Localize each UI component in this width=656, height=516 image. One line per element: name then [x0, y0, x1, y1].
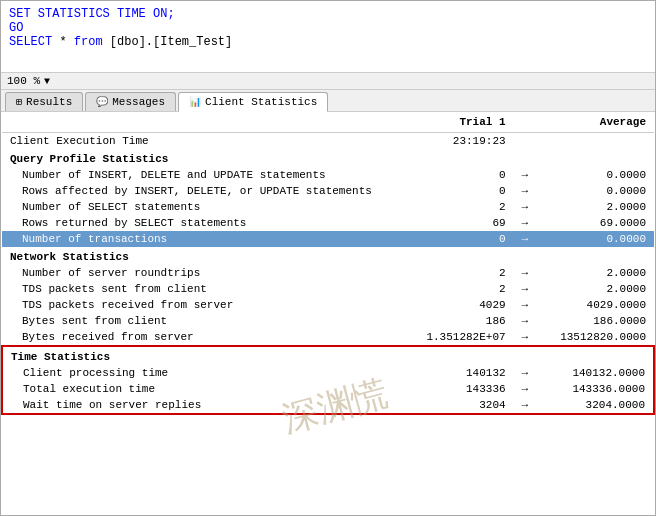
table-row: Number of transactions 0 → 0.0000: [2, 231, 654, 247]
col-label-header: [2, 112, 407, 133]
table-row: Bytes sent from client 186 → 186.0000: [2, 313, 654, 329]
table-row: TDS packets sent from client 2 → 2.0000: [2, 281, 654, 297]
table-row: Bytes received from server 1.351282E+07 …: [2, 329, 654, 346]
messages-icon: 💬: [96, 96, 108, 108]
table-row: Query Profile Statistics: [2, 149, 654, 167]
main-window: SET STATISTICS TIME ON; GO SELECT * from…: [0, 0, 656, 516]
stats-table: Trial 1 Average Client Execution Time 23…: [1, 112, 655, 415]
table-row: Number of INSERT, DELETE and UPDATE stat…: [2, 167, 654, 183]
table-row: Client Execution Time 23:19:23: [2, 133, 654, 150]
tab-messages[interactable]: 💬 Messages: [85, 92, 176, 111]
table-row: Time Statistics: [2, 346, 654, 365]
stats-body: Client Execution Time 23:19:23 Query Pro…: [2, 133, 654, 415]
results-area: 深渊慌 Trial 1 Average Client Execution Tim…: [1, 112, 655, 515]
zoom-bar: 100 % ▼: [1, 73, 655, 90]
tabs-bar: ⊞ Results 💬 Messages 📊 Client Statistics: [1, 90, 655, 112]
tab-messages-label: Messages: [112, 96, 165, 108]
col-avg-header: Average: [536, 112, 654, 133]
table-header: Trial 1 Average: [2, 112, 654, 133]
zoom-level: 100 %: [7, 75, 40, 87]
zoom-icon: ▼: [44, 76, 50, 87]
table-row: Rows affected by INSERT, DELETE, or UPDA…: [2, 183, 654, 199]
table-row: Network Statistics: [2, 247, 654, 265]
tab-client-stats-label: Client Statistics: [205, 96, 317, 108]
tab-results-label: Results: [26, 96, 72, 108]
table-row: Wait time on server replies 3204 → 3204.…: [2, 397, 654, 414]
results-icon: ⊞: [16, 96, 22, 108]
col-trial-header: Trial 1: [407, 112, 514, 133]
table-row: TDS packets received from server 4029 → …: [2, 297, 654, 313]
table-row: Client processing time 140132 → 140132.0…: [2, 365, 654, 381]
tab-client-statistics[interactable]: 📊 Client Statistics: [178, 92, 328, 112]
table-row: Total execution time 143336 → 143336.000…: [2, 381, 654, 397]
tab-results[interactable]: ⊞ Results: [5, 92, 83, 111]
client-stats-icon: 📊: [189, 96, 201, 108]
table-row: Number of SELECT statements 2 → 2.0000: [2, 199, 654, 215]
table-row: Rows returned by SELECT statements 69 → …: [2, 215, 654, 231]
col-arrow-header: [514, 112, 537, 133]
table-row: Number of server roundtrips 2 → 2.0000: [2, 265, 654, 281]
sql-editor[interactable]: SET STATISTICS TIME ON; GO SELECT * from…: [1, 1, 655, 73]
